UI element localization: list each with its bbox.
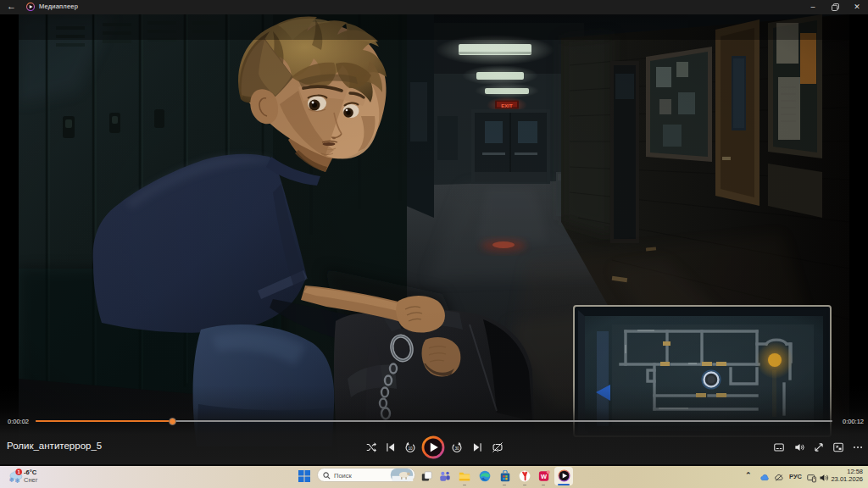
svg-text:30: 30 [454,446,459,451]
svg-text:10: 10 [408,446,413,451]
svg-text:❄: ❄ [9,477,14,485]
svg-text:❄: ❄ [14,477,19,485]
svg-text:W: W [541,473,547,480]
